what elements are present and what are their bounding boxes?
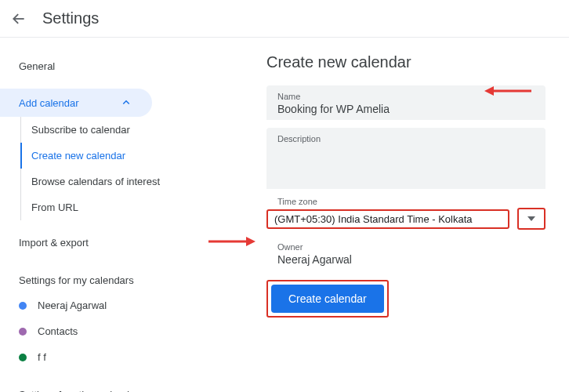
sidebar-item-add-calendar[interactable]: Add calendar [0,89,152,117]
main-panel: Create new calendar Name Booking for WP … [196,38,569,392]
form-title: Create new calendar [266,53,545,71]
timezone-dropdown-button[interactable] [517,208,545,230]
annotation-arrow-icon [208,235,256,248]
chevron-up-icon [119,96,133,110]
sidebar-subitem-from-url[interactable]: From URL [0,194,196,220]
annotation-arrow-icon [484,85,531,97]
annotation-box: Create calendar [266,280,389,318]
sidebar-subitem-subscribe[interactable]: Subscribe to calendar [0,117,196,143]
timezone-label: Time zone [266,197,545,206]
owner-label: Owner [266,242,545,252]
back-arrow-icon[interactable] [9,9,28,28]
triangle-down-icon [527,216,535,221]
page-title: Settings [42,9,99,27]
sidebar: General Add calendar Subscribe to calend… [0,38,196,392]
name-input[interactable]: Booking for WP Amelia [277,101,535,115]
calendar-row[interactable]: Contacts [0,318,196,344]
header: Settings [0,0,569,38]
calendar-row[interactable]: f f [0,344,196,370]
calendar-color-dot [19,328,27,336]
calendar-color-dot [19,302,27,310]
calendar-name: Contacts [38,325,78,337]
create-calendar-button[interactable]: Create calendar [271,285,384,313]
owner-value: Neeraj Agarwal [266,252,545,280]
calendar-name: Neeraj Agarwal [38,299,107,311]
description-label: Description [277,134,535,143]
sidebar-item-general[interactable]: General [0,53,152,79]
sidebar-subitem-browse[interactable]: Browse calendars of interest [0,169,196,194]
sidebar-section-other-calendars: Settings for other calendars [0,370,196,392]
sidebar-item-label: Add calendar [19,97,79,109]
calendar-color-dot [19,354,27,361]
calendar-name: f f [38,351,46,363]
calendar-row[interactable]: Neeraj Agarwal [0,292,196,318]
svg-marker-4 [246,237,256,246]
timezone-select[interactable]: (GMT+05:30) India Standard Time - Kolkat… [266,209,509,229]
sidebar-item-import-export[interactable]: Import & export [0,230,152,256]
svg-marker-2 [484,86,494,96]
sidebar-subitem-create-calendar[interactable]: Create new calendar [0,143,196,169]
description-field[interactable]: Description [266,128,545,189]
sidebar-section-my-calendars: Settings for my calendars [0,256,196,292]
